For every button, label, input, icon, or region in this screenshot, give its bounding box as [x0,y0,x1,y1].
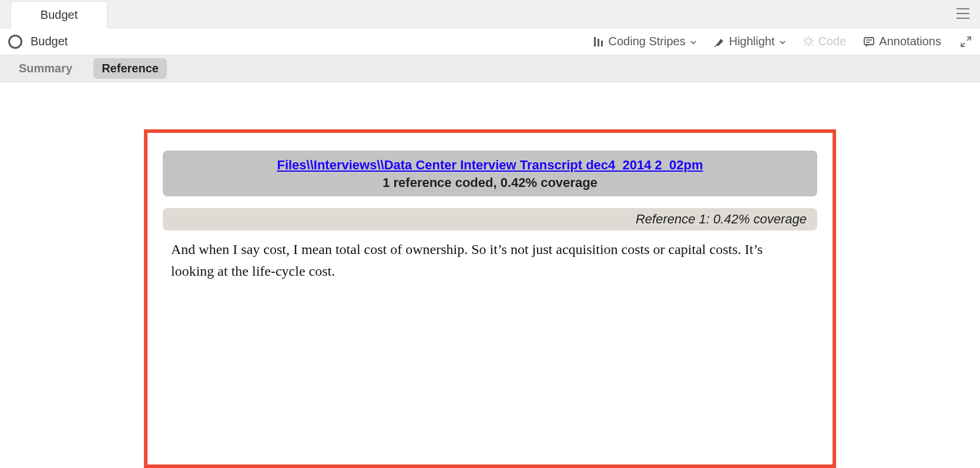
reference-item-text: And when I say cost, I mean total cost o… [163,239,817,282]
tab-summary-label: Summary [19,62,72,75]
svg-line-9 [811,45,813,46]
toolbar: Budget Coding Stripes Highlight [0,28,980,55]
coding-stripes-label: Coding Stripes [609,35,686,48]
content-area: Files\\Interviews\\Data Center Interview… [0,82,980,468]
svg-line-16 [961,43,965,46]
svg-line-11 [811,38,813,39]
tab-summary[interactable]: Summary [11,58,80,79]
expand-button[interactable] [960,36,972,48]
chevron-down-icon [690,35,696,48]
annotations-icon [862,35,875,48]
expand-icon [960,36,972,48]
reference-highlight-box: Files\\Interviews\\Data Center Interview… [144,129,836,468]
svg-line-15 [967,37,971,41]
source-header: Files\\Interviews\\Data Center Interview… [163,151,817,196]
svg-line-8 [804,38,806,39]
svg-point-3 [806,38,811,44]
highlight-icon [713,35,726,48]
node-title: Budget [31,35,68,48]
svg-line-10 [804,45,806,46]
tab-reference-label: Reference [102,62,159,75]
tab-strip: Budget [0,0,980,28]
node-circle-icon [8,35,22,49]
annotations-button[interactable]: Annotations [862,35,941,48]
coding-stripes-icon [592,35,605,48]
code-button[interactable]: Code [802,35,847,48]
highlight-button[interactable]: Highlight [713,35,786,48]
chevron-down-icon [780,35,786,48]
tab-budget[interactable]: Budget [11,1,108,28]
lightbulb-icon [802,35,815,48]
highlight-label: Highlight [729,35,775,48]
coding-stripes-button[interactable]: Coding Stripes [592,35,696,48]
code-label: Code [818,35,847,48]
subtab-bar: Summary Reference [0,55,980,82]
tab-label: Budget [41,8,78,22]
tab-reference[interactable]: Reference [93,58,167,79]
svg-rect-0 [594,37,596,46]
annotations-label: Annotations [879,35,941,48]
svg-rect-12 [864,38,874,45]
svg-rect-1 [598,39,599,46]
hamburger-menu-icon[interactable] [956,8,969,19]
svg-rect-2 [601,41,603,46]
source-link[interactable]: Files\\Interviews\\Data Center Interview… [277,158,703,172]
reference-item-header: Reference 1: 0.42% coverage [163,208,817,230]
coverage-summary: 1 reference coded, 0.42% coverage [169,175,811,190]
